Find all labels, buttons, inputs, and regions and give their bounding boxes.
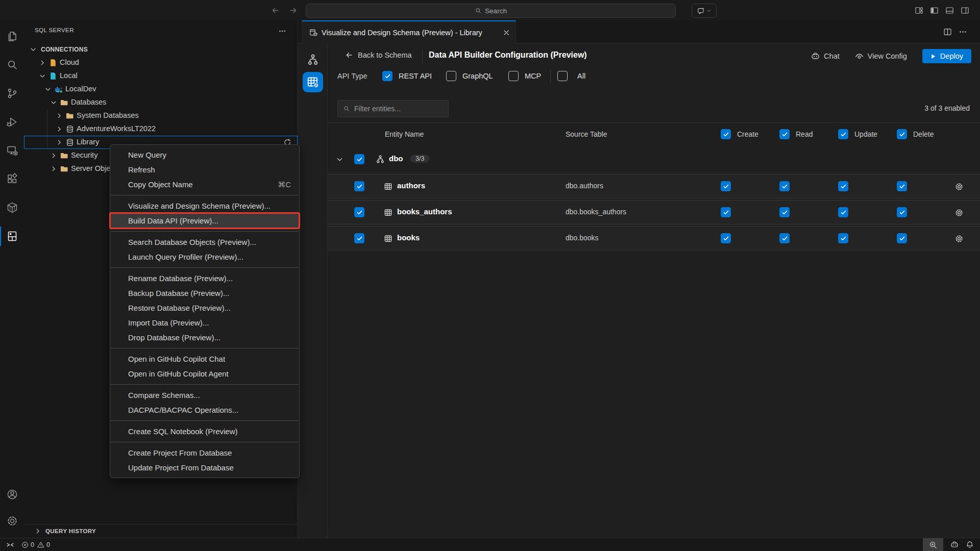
menu-item-restore-database-preview[interactable]: Restore Database (Preview)... [110, 300, 299, 315]
entity-checkbox-authors[interactable] [354, 181, 364, 191]
split-editor-icon[interactable] [943, 28, 952, 36]
view-config-button[interactable]: View Config [855, 52, 907, 61]
menu-item-import-data-preview[interactable]: Import Data (Preview)... [110, 315, 299, 330]
back-to-schema-button[interactable]: Back to Schema [345, 51, 412, 59]
entity-settings-icon[interactable] [954, 182, 964, 191]
header-checkbox-create[interactable] [721, 129, 731, 139]
entity-checkbox-books_authors[interactable] [354, 207, 364, 217]
crud-checkbox-3[interactable] [897, 233, 907, 243]
history-back-icon[interactable] [271, 6, 280, 15]
menu-item-create-sql-notebook-preview[interactable]: Create SQL Notebook (Preview) [110, 424, 299, 439]
filter-entities-input[interactable]: Filter entities... [337, 100, 449, 117]
dab-config-panel: Back to Schema Data API Builder Configur… [328, 43, 980, 538]
crud-checkbox-0[interactable] [721, 233, 731, 243]
schema-group-checkbox[interactable] [354, 154, 364, 164]
remote-indicator-icon[interactable] [6, 541, 14, 549]
editor-more-actions-icon[interactable] [959, 28, 967, 36]
tab-visualize-design-schema[interactable]: Visualize and Design Schema (Preview) - … [302, 20, 516, 43]
crud-checkbox-3[interactable] [897, 207, 907, 217]
notifications-bell-icon[interactable] [966, 541, 974, 549]
tree-item-databases[interactable]: Databases [24, 96, 298, 109]
schema-group-row[interactable]: dbo 3/3 [328, 146, 980, 172]
menu-item-update-project-from-database[interactable]: Update Project From Database [110, 460, 299, 475]
menu-item-open-in-github-copilot-chat[interactable]: Open in GitHub Copilot Chat [110, 352, 299, 366]
crud-checkbox-2[interactable] [838, 207, 848, 217]
menu-item-refresh[interactable]: Refresh [110, 162, 299, 177]
problems-warnings[interactable]: 0 [37, 541, 50, 548]
activity-item-search[interactable] [0, 53, 24, 77]
menu-item-search-database-objects-preview[interactable]: Search Database Objects (Preview)... [110, 235, 299, 249]
toggle-sidebar-icon[interactable] [930, 6, 939, 15]
crud-checkbox-0[interactable] [721, 207, 731, 217]
menu-item-backup-database-preview[interactable]: Backup Database (Preview)... [110, 286, 299, 300]
entity-settings-icon[interactable] [954, 208, 964, 217]
menu-item-launch-query-profiler-preview[interactable]: Launch Query Profiler (Preview)... [110, 249, 299, 264]
zoom-in-status-button[interactable] [923, 538, 943, 551]
crud-checkbox-2[interactable] [838, 181, 848, 191]
history-forward-icon[interactable] [289, 6, 298, 15]
crud-checkbox-1[interactable] [779, 181, 790, 191]
table-gear-icon [307, 76, 319, 88]
activity-item-extensions[interactable] [0, 167, 24, 191]
problems-errors[interactable]: 0 [21, 541, 34, 548]
activity-item-accounts[interactable] [0, 483, 24, 506]
activity-item-sql-server[interactable] [0, 224, 24, 248]
activity-item-explorer[interactable] [0, 24, 24, 48]
activity-item-remote-explorer[interactable] [0, 138, 24, 163]
api-type-checkbox-rest-api[interactable] [382, 71, 393, 81]
file-badge-icon [49, 59, 57, 67]
menu-item-drop-database-preview[interactable]: Drop Database (Preview)... [110, 330, 299, 345]
chevron-down-icon [44, 86, 52, 93]
chat-button[interactable]: Chat [811, 52, 840, 61]
header-checkbox-update[interactable] [838, 129, 848, 139]
activity-item-settings[interactable] [0, 509, 24, 533]
activity-item-containers[interactable] [0, 195, 24, 220]
header-checkbox-read[interactable] [779, 129, 790, 139]
entity-settings-icon[interactable] [954, 234, 964, 243]
folder-icon [60, 152, 68, 160]
crud-checkbox-1[interactable] [779, 233, 790, 243]
menu-item-dacpac-bacpac-operations[interactable]: DACPAC/BACPAC Operations... [110, 403, 299, 417]
menu-item-new-query[interactable]: New Query [110, 147, 299, 162]
entity-checkbox-books[interactable] [354, 233, 364, 243]
activity-item-run-and-debug[interactable] [0, 110, 24, 134]
menu-item-open-in-github-copilot-agent[interactable]: Open in GitHub Copilot Agent [110, 366, 299, 381]
header-checkbox-delete[interactable] [897, 129, 907, 139]
deploy-button[interactable]: Deploy [922, 49, 971, 63]
copilot-status-icon[interactable] [950, 541, 959, 549]
menu-item-visualize-and-design-schema-preview[interactable]: Visualize and Design Schema (Preview)... [110, 198, 299, 213]
more-actions-icon[interactable] [278, 27, 286, 35]
crud-checkbox-2[interactable] [838, 233, 848, 243]
crud-checkbox-3[interactable] [897, 181, 907, 191]
crud-checkbox-1[interactable] [779, 207, 790, 217]
close-icon[interactable] [502, 29, 510, 37]
tree-item-system-databases[interactable]: System Databases [24, 109, 298, 122]
schema-designer-button[interactable] [303, 49, 323, 70]
menu-item-create-project-from-database[interactable]: Create Project From Database [110, 445, 299, 460]
api-type-checkbox-mcp[interactable] [508, 71, 519, 81]
menu-item-copy-object-name[interactable]: Copy Object Name⌘C [110, 177, 299, 192]
toggle-secondary-sidebar-icon[interactable] [961, 6, 969, 15]
customize-layout-icon[interactable] [915, 6, 923, 15]
tree-item-cloud[interactable]: Cloud [24, 56, 298, 69]
data-api-builder-button[interactable] [303, 72, 323, 92]
menu-item-compare-schemas[interactable]: Compare Schemas... [110, 388, 299, 403]
crud-checkbox-0[interactable] [721, 181, 731, 191]
schema-name: dbo [389, 154, 403, 163]
copilot-menu-button[interactable] [692, 4, 717, 18]
table-icon [384, 208, 393, 217]
command-center-search[interactable]: Search [306, 4, 676, 18]
col-delete: Delete [913, 130, 934, 138]
menu-item-rename-database-preview[interactable]: Rename Database (Preview)... [110, 271, 299, 286]
api-type-checkbox-all[interactable] [557, 71, 568, 81]
tree-item-localdev[interactable]: LocalDev [24, 83, 298, 96]
query-history-section[interactable]: QUERY HISTORY [24, 524, 298, 538]
chevron-down-icon[interactable] [336, 156, 344, 163]
menu-item-build-data-api-preview[interactable]: Build Data API (Preview)... [110, 213, 299, 228]
activity-item-source-control[interactable] [0, 81, 24, 106]
toggle-panel-icon[interactable] [945, 6, 954, 15]
tree-item-connections[interactable]: CONNECTIONS [24, 43, 298, 56]
tree-item-adventureworkslt2022[interactable]: AdventureWorksLT2022 [24, 122, 298, 136]
api-type-checkbox-graphql[interactable] [446, 71, 456, 81]
tree-item-local[interactable]: Local [24, 69, 298, 83]
